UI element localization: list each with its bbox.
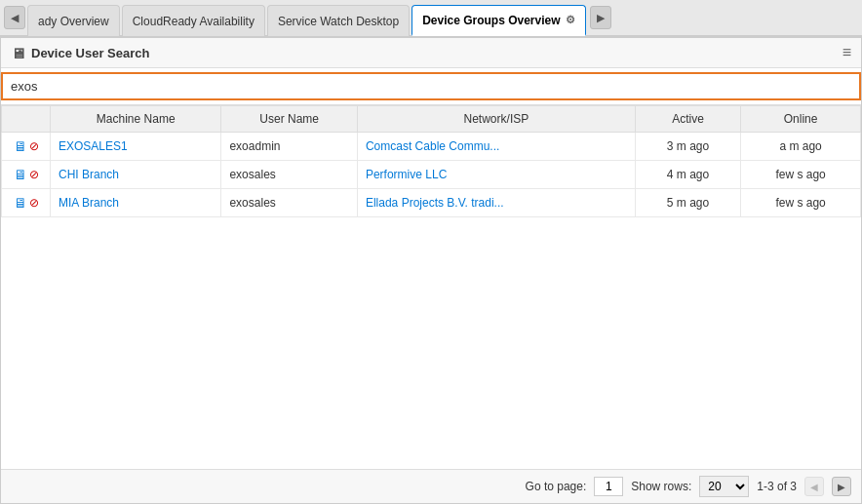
table-footer: Go to page: Show rows: 20 50 100 1-3 of … (1, 469, 861, 503)
machine-name-link[interactable]: MIA Branch (59, 196, 119, 210)
device-icon-group: 🖥⊘ (10, 138, 42, 154)
count-info: 1-3 of 3 (757, 480, 797, 493)
panel-header: 🖥 Device User Search ≡ (1, 38, 861, 68)
user-icon: 🖥 (11, 45, 25, 61)
go-to-page-label: Go to page: (526, 480, 587, 493)
row-online: few s ago (741, 189, 861, 217)
row-active: 5 m ago (635, 189, 740, 217)
show-rows-label: Show rows: (631, 480, 691, 493)
row-network: Ellada Projects B.V. tradi... (357, 189, 635, 217)
tab-device-groups-overview[interactable]: Device Groups Overview ⚙ (411, 5, 585, 36)
col-active: Active (635, 106, 740, 133)
row-icon-cell: 🖥⊘ (2, 189, 51, 217)
tab-cloudready-availability[interactable]: CloudReady Availability (122, 5, 265, 36)
col-user-name: User Name (221, 106, 358, 133)
row-icon-cell: 🖥⊘ (2, 133, 51, 161)
search-container (1, 68, 861, 105)
row-active: 3 m ago (635, 133, 740, 161)
search-input[interactable] (1, 72, 861, 100)
rows-select[interactable]: 20 50 100 (699, 476, 749, 497)
row-network: Performive LLC (357, 161, 635, 189)
tab-next-button[interactable]: ▶ (590, 6, 611, 29)
block-icon: ⊘ (29, 139, 39, 153)
gear-icon: ⚙ (566, 14, 575, 26)
network-link[interactable]: Ellada Projects B.V. tradi... (366, 196, 504, 210)
tab-service-watch-desktop[interactable]: Service Watch Desktop (267, 5, 410, 36)
data-table: Machine Name User Name Network/ISP Activ… (1, 105, 861, 217)
tab-prev-button[interactable]: ◀ (4, 6, 25, 29)
col-network: Network/ISP (357, 106, 635, 133)
tab-ready-overview-label: ady Overview (38, 15, 109, 28)
panel-title: 🖥 Device User Search (11, 45, 149, 61)
monitor-icon: 🖥 (14, 167, 27, 182)
table-row: 🖥⊘EXOSALES1exoadminComcast Cable Commu..… (2, 133, 861, 161)
tab-service-watch-desktop-label: Service Watch Desktop (278, 15, 399, 28)
block-icon: ⊘ (29, 168, 39, 181)
table-row: 🖥⊘MIA BranchexosalesEllada Projects B.V.… (2, 189, 861, 217)
row-user-name: exoadmin (221, 133, 358, 161)
col-icon (2, 106, 51, 133)
block-icon: ⊘ (29, 196, 39, 210)
monitor-icon: 🖥 (14, 195, 27, 211)
col-machine-name: Machine Name (51, 106, 221, 133)
tab-ready-overview[interactable]: ady Overview (27, 5, 120, 36)
row-machine-name: EXOSALES1 (51, 133, 221, 161)
table-row: 🖥⊘CHI BranchexosalesPerformive LLC4 m ag… (2, 161, 861, 189)
col-online: Online (741, 106, 861, 133)
device-icon-group: 🖥⊘ (10, 167, 42, 182)
table-header-row: Machine Name User Name Network/ISP Activ… (2, 106, 861, 133)
tab-device-groups-overview-label: Device Groups Overview (422, 14, 560, 27)
footer-next-button[interactable]: ▶ (832, 477, 851, 496)
row-machine-name: CHI Branch (51, 161, 221, 189)
device-icon-group: 🖥⊘ (10, 195, 42, 211)
machine-name-link[interactable]: EXOSALES1 (59, 139, 128, 153)
tab-cloudready-availability-label: CloudReady Availability (133, 15, 255, 28)
row-icon-cell: 🖥⊘ (2, 161, 51, 189)
row-online: few s ago (741, 161, 861, 189)
machine-name-link[interactable]: CHI Branch (59, 168, 119, 181)
row-network: Comcast Cable Commu... (357, 133, 635, 161)
table-container: Machine Name User Name Network/ISP Activ… (1, 105, 861, 469)
row-online: a m ago (741, 133, 861, 161)
row-user-name: exosales (221, 161, 358, 189)
menu-icon[interactable]: ≡ (842, 44, 851, 61)
row-active: 4 m ago (635, 161, 740, 189)
row-machine-name: MIA Branch (51, 189, 221, 217)
panel-title-text: Device User Search (31, 46, 149, 60)
tab-bar: ◀ ady Overview CloudReady Availability S… (0, 0, 862, 37)
monitor-icon: 🖥 (14, 138, 27, 154)
network-link[interactable]: Performive LLC (366, 168, 447, 181)
main-content: 🖥 Device User Search ≡ Machine Name User… (0, 37, 862, 504)
footer-prev-button[interactable]: ◀ (804, 477, 824, 496)
network-link[interactable]: Comcast Cable Commu... (366, 139, 499, 153)
page-input[interactable] (594, 477, 623, 496)
row-user-name: exosales (221, 189, 358, 217)
